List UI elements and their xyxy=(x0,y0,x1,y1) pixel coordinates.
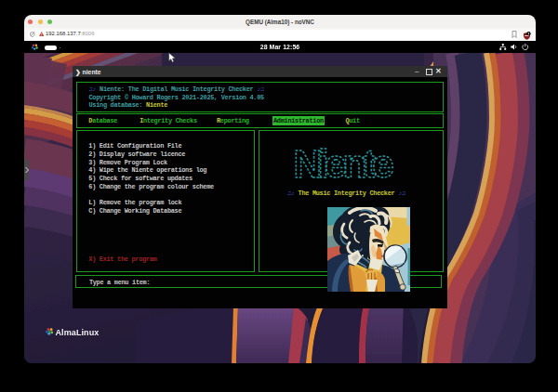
svg-text:Niente: Niente xyxy=(294,147,394,183)
